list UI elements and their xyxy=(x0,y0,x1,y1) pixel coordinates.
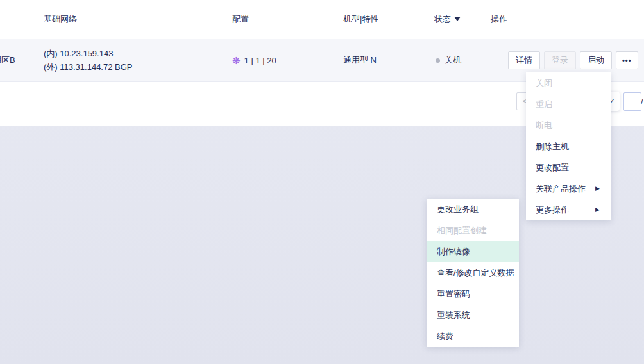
server-console-screen: 基础网络 配置 机型|特性 状态 操作 可用区B (内) 10.23.159.1… xyxy=(0,0,644,364)
status-filter-icon[interactable] xyxy=(454,17,461,21)
column-header-type: 机型|特性 xyxy=(343,0,378,38)
menu-item-make-image[interactable]: 制作镜像 xyxy=(427,241,519,262)
menu-item-label: 重启 xyxy=(536,99,552,109)
column-header-status-label: 状态 xyxy=(434,14,451,24)
menu-item-label: 删除主机 xyxy=(536,142,569,151)
more-actions-button[interactable]: ••• xyxy=(616,51,638,69)
status-cell: 关机 xyxy=(436,39,461,81)
column-header-actions: 操作 xyxy=(491,0,507,38)
status-text: 关机 xyxy=(445,54,461,66)
menu-item-related-product-actions[interactable]: 关联产品操作▶ xyxy=(526,178,611,199)
menu-item-label: 更改业务组 xyxy=(437,204,479,214)
menu-item-label: 重装系统 xyxy=(437,310,470,320)
row-actions: 详情 登录 启动 ••• xyxy=(508,51,638,69)
column-header-network: 基础网络 xyxy=(44,0,77,38)
machine-type: 通用型 N xyxy=(343,39,377,81)
zone-cell: 可用区B xyxy=(0,39,15,81)
column-header-status[interactable]: 状态 xyxy=(434,0,461,38)
menu-item-label: 查看/修改自定义数据 xyxy=(437,268,514,277)
status-dot-icon xyxy=(436,58,440,63)
menu-item-change-business-group[interactable]: 更改业务组 xyxy=(427,199,519,220)
table-header-row: 基础网络 配置 机型|特性 状态 操作 xyxy=(0,0,644,38)
more-actions-submenu: 更改业务组相同配置创建制作镜像查看/修改自定义数据重置密码重装系统续费 xyxy=(427,199,519,347)
menu-item-renew[interactable]: 续费 xyxy=(427,326,519,347)
detail-button[interactable]: 详情 xyxy=(508,51,540,69)
more-actions-menu: 关闭重启断电删除主机更改配置关联产品操作▶更多操作▶ xyxy=(526,72,611,220)
menu-item-label: 断电 xyxy=(536,120,552,130)
config-cell: ❋ 1 | 1 | 20 xyxy=(232,39,276,81)
menu-item-close: 关闭 xyxy=(526,72,611,94)
config-value: 1 | 1 | 20 xyxy=(244,56,276,65)
internal-ip: (内) 10.23.159.143 xyxy=(44,47,133,60)
external-ip: (外) 113.31.144.72 BGP xyxy=(44,60,133,74)
menu-item-label: 续费 xyxy=(437,331,453,341)
page-separator: / xyxy=(641,92,643,111)
menu-item-label: 更改配置 xyxy=(536,163,569,172)
network-cell: (内) 10.23.159.143 (外) 113.31.144.72 BGP xyxy=(44,47,133,74)
menu-item-label: 更多操作 xyxy=(536,205,569,215)
menu-item-more-actions[interactable]: 更多操作▶ xyxy=(526,199,611,220)
menu-item-create-same-config: 相同配置创建 xyxy=(427,220,519,241)
menu-item-restart: 重启 xyxy=(526,94,611,115)
menu-item-delete-host[interactable]: 删除主机 xyxy=(526,136,611,157)
menu-item-label: 关闭 xyxy=(536,78,552,88)
menu-item-label: 关联产品操作 xyxy=(536,184,586,194)
login-button: 登录 xyxy=(544,51,576,69)
menu-item-poweroff: 断电 xyxy=(526,115,611,136)
menu-item-custom-data[interactable]: 查看/修改自定义数据 xyxy=(427,262,519,283)
menu-item-reinstall-system[interactable]: 重装系统 xyxy=(427,304,519,326)
menu-item-label: 制作镜像 xyxy=(437,247,470,256)
page-input[interactable] xyxy=(623,92,641,111)
menu-item-label: 重置密码 xyxy=(437,289,470,299)
menu-item-label: 相同配置创建 xyxy=(437,226,487,235)
menu-item-reset-password[interactable]: 重置密码 xyxy=(427,283,519,304)
submenu-arrow-icon: ▶ xyxy=(595,178,600,199)
cpu-flower-icon: ❋ xyxy=(232,56,241,65)
submenu-arrow-icon: ▶ xyxy=(595,199,600,220)
column-header-config: 配置 xyxy=(232,0,249,38)
start-button[interactable]: 启动 xyxy=(580,51,612,69)
menu-item-change-config[interactable]: 更改配置 xyxy=(526,157,611,178)
